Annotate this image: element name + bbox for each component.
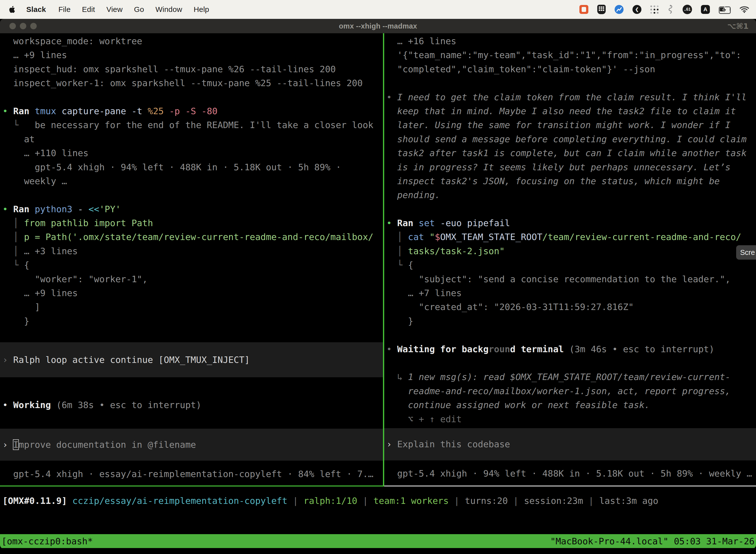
text-segment: Ran [13, 106, 35, 116]
text-segment: roun [489, 344, 510, 354]
prompt-input-left[interactable]: › Improve documentation in @filename [0, 429, 383, 461]
terminal-line: inspect_hud: omx sparkshell --tmux-pane … [2, 62, 383, 76]
text-segment: { [24, 260, 29, 270]
terminal-line: weekly … [2, 174, 383, 188]
text-segment: ↳ [386, 372, 408, 382]
text-segment: … +110 lines [2, 148, 88, 158]
menu-item-go[interactable]: Go [134, 5, 144, 13]
terminal-line [2, 328, 383, 342]
text-segment: mprove documentation in @filename [19, 440, 196, 450]
stats-bolt-icon[interactable] [615, 5, 624, 14]
text-segment: p = Path('.omx/state/team/review-current… [24, 232, 374, 242]
text-segment: › [2, 355, 13, 365]
text-segment: "created_at": "2026-03-31T11:59:27.816Z" [386, 302, 634, 312]
text-segment: │ [2, 232, 24, 242]
terminal-line: │ from pathlib import Path [2, 216, 383, 230]
terminal-line: readme-and-reco/mailbox/worker-1.json, a… [386, 384, 756, 398]
tmux-pane-right[interactable]: … +16 lines '{"team_name":"my-team","tas… [384, 33, 756, 481]
chevron-circle-icon[interactable]: ❮ [632, 5, 641, 14]
terminal-line: ] [2, 300, 383, 314]
tmux-status-bar: [omx-cczip0:bash* "MacBook-Pro-44.local"… [0, 534, 756, 548]
terminal-line: • Ran set -euo pipefail [386, 216, 756, 230]
text-segment: from pathlib import Path [24, 218, 153, 228]
terminal-line: later. Using the same for transition mig… [386, 118, 756, 132]
text-segment: capture-pane [62, 106, 131, 116]
text-segment: | [358, 496, 374, 506]
terminal-line: ↳ 1 new msg(s): read $OMX_TEAM_STATE_ROO… [386, 370, 756, 384]
text-segment: (3m 46s • esc to interrupt) [569, 344, 714, 354]
terminal-line: └ { [2, 258, 383, 272]
text-segment: tmux [35, 106, 62, 116]
zoom-button[interactable] [30, 23, 37, 29]
menu-item-slack[interactable]: Slack [26, 5, 46, 13]
terminal-line [2, 412, 383, 429]
minimize-button[interactable] [20, 23, 26, 29]
terminal-line: } [2, 314, 383, 328]
terminal-line: • Waiting for background terminal (3m 46… [386, 342, 756, 356]
terminal-line [386, 426, 756, 428]
text-segment: { [408, 260, 414, 270]
tmux-session-label: [omx-cczip0:bash* [0, 536, 93, 546]
text-segment: set [419, 218, 440, 228]
pane-border-bottom-right [384, 486, 756, 487]
text-segment: • [2, 400, 13, 410]
terminal-line: inspect_worker-1: omx sparkshell --tmux-… [2, 76, 383, 90]
text-segment: • [386, 218, 397, 228]
menu-item-help[interactable]: Help [194, 5, 209, 13]
text-segment: inspect_worker-1: omx sparkshell --tmux-… [2, 78, 363, 88]
text-segment: Ran [13, 204, 35, 214]
terminal-line: should send a message before completing … [386, 132, 756, 146]
text-segment: "completed","claim_token":"claim-token"}… [386, 64, 655, 74]
window-title: omx --xhigh --madmax [0, 22, 756, 30]
apple-menu-icon[interactable] [9, 5, 16, 14]
text-segment: continue assigned work or next feasible … [386, 400, 650, 410]
text-segment: team:1 workers [374, 496, 449, 506]
terminal-line: └ { [386, 258, 756, 272]
screen-share-overlay-label: Scre [740, 248, 755, 257]
terminal-line [2, 461, 383, 467]
text-segment: ] [2, 302, 40, 312]
terminal-line: '{"team_name":"my-team","task_id":"1","f… [386, 48, 756, 62]
terminal-line: │ p = Path('.omx/state/team/review-curre… [2, 230, 383, 244]
menu-item-window[interactable]: Window [155, 5, 182, 13]
terminal-content: workspace_mode: worktree … +9 lines insp… [0, 33, 756, 549]
tmux-pane-left[interactable]: workspace_mode: worktree … +9 lines insp… [0, 33, 383, 481]
text-segment: └ [386, 260, 408, 270]
close-button[interactable] [9, 23, 16, 29]
terminal-line: "worker": "worker-1", [2, 272, 383, 286]
window-title-bar[interactable]: omx --xhigh --madmax ⌥⌘1 [0, 19, 756, 33]
text-segment: gpt-5.4 xhigh · 94% left · 488K in · 5.1… [2, 162, 341, 172]
screen-share-overlay[interactable]: Scre [736, 245, 756, 260]
terminal-line [2, 188, 383, 202]
terminal-line: └ be necessary for the end of the README… [2, 118, 383, 132]
terminal-line: • Ran tmux capture-pane -t %25 -p -S -80 [2, 104, 383, 118]
terminal-line: } [386, 314, 756, 328]
prompt-input-right[interactable]: › Explain this codebase [384, 428, 756, 460]
text-segment: … +16 lines [386, 36, 456, 46]
terminal-line: │ cat "$OMX_TEAM_STATE_ROOT/team/review-… [386, 230, 756, 244]
terminal-line: inspect task2's JSON, focusing on the st… [386, 174, 756, 188]
terminal-line: gpt-5.4 xhigh · 94% left · 488K in · 5.1… [386, 466, 756, 481]
terminal-line: keep that in mind. Maybe I also need the… [386, 104, 756, 118]
text-segment: • [386, 92, 397, 102]
text-segment: is in progress? It seems likely but perh… [386, 162, 731, 172]
screen-recording-icon[interactable] [579, 5, 588, 14]
terminal-line: continue assigned work or next feasible … [386, 398, 756, 412]
squiggle-app-icon[interactable] [667, 5, 674, 14]
wifi-icon[interactable] [740, 6, 749, 13]
menu-items: SlackFileEditViewGoWindowHelp [0, 5, 220, 14]
terminal-line: "subject": "send a concise recommendatio… [386, 272, 756, 286]
menu-item-file[interactable]: File [58, 5, 70, 13]
terminal-line: … +7 lines [386, 286, 756, 300]
character-input-icon[interactable]: A [701, 5, 710, 14]
text-segment: d terminal [510, 344, 569, 354]
menu-item-edit[interactable]: Edit [82, 5, 95, 13]
battery-charging-icon[interactable] [719, 6, 731, 12]
text-segment: Ralph loop active continue [OMX_TMUX_INJ… [13, 355, 250, 365]
menu-item-view[interactable]: View [107, 5, 123, 13]
dots-grid-icon[interactable] [650, 5, 658, 13]
keyboard-icon[interactable] [597, 5, 606, 14]
badge-61-icon[interactable]: ..61 [683, 5, 692, 14]
text-segment: [OMX#0.11.9] [2, 496, 72, 506]
text-segment: … +3 lines [24, 246, 78, 256]
